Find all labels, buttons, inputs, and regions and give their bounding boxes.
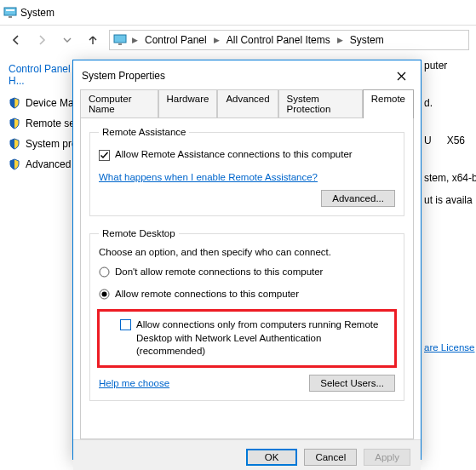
chevron-right-icon[interactable]: ▶	[335, 36, 345, 44]
up-button[interactable]	[83, 31, 102, 49]
forward-button	[32, 31, 51, 49]
breadcrumb-item[interactable]: System	[345, 34, 389, 46]
ok-button[interactable]: OK	[246, 449, 298, 466]
tab-system-protection[interactable]: System Protection	[278, 89, 363, 118]
svg-rect-9	[121, 320, 131, 330]
system-properties-dialog: System Properties Computer Name Hardware…	[72, 60, 422, 460]
radio-allow[interactable]: Allow remote connections to this compute…	[99, 288, 395, 301]
checkbox-icon	[99, 150, 110, 161]
radio-icon	[99, 289, 110, 300]
tab-advanced[interactable]: Advanced	[217, 89, 278, 118]
svg-rect-4	[118, 43, 122, 45]
group-legend: Remote Assistance	[99, 127, 189, 137]
breadcrumb-item[interactable]: Control Panel	[140, 34, 212, 46]
checkbox-icon	[120, 319, 131, 330]
group-legend: Remote Desktop	[99, 228, 179, 238]
bg-text: X56	[447, 135, 465, 146]
shield-icon	[9, 97, 20, 109]
dialog-button-row: OK Cancel Apply	[73, 439, 421, 470]
breadcrumb[interactable]: ▶ Control Panel ▶ All Control Panel Item…	[109, 30, 469, 50]
nla-checkbox[interactable]: Allow connections only from computers ru…	[105, 318, 389, 358]
radio-label: Allow remote connections to this compute…	[115, 288, 299, 301]
bg-text: stem, x64-b	[424, 172, 472, 184]
apply-button: Apply	[364, 449, 410, 466]
nla-highlight: Allow connections only from computers ru…	[97, 309, 397, 368]
bg-text: puter	[424, 60, 472, 72]
tab-hardware[interactable]: Hardware	[158, 89, 218, 118]
svg-rect-2	[9, 16, 12, 18]
checkbox-label: Allow Remote Assistance connections to t…	[115, 149, 353, 159]
svg-point-6	[100, 267, 109, 277]
checkbox-label: Allow connections only from computers ru…	[136, 318, 389, 358]
shield-icon	[9, 138, 20, 150]
select-users-button[interactable]: Select Users...	[309, 375, 395, 392]
remote-assistance-help-link[interactable]: What happens when I enable Remote Assist…	[99, 172, 318, 182]
tab-computer-name[interactable]: Computer Name	[80, 89, 158, 118]
bg-text: d.	[424, 97, 472, 109]
cancel-button[interactable]: Cancel	[304, 449, 357, 466]
system-icon	[113, 33, 127, 47]
bg-link[interactable]: are License	[424, 342, 474, 352]
recent-dropdown-button[interactable]	[58, 31, 77, 49]
tab-remote[interactable]: Remote	[363, 89, 414, 118]
radio-icon	[99, 267, 110, 278]
dialog-title: System Properties	[82, 70, 390, 82]
explorer-window-title-bar: System	[0, 0, 476, 26]
system-icon	[3, 6, 17, 20]
shield-icon	[9, 158, 20, 170]
tab-strip: Computer Name Hardware Advanced System P…	[73, 89, 421, 118]
remote-assistance-group: Remote Assistance Allow Remote Assistanc…	[89, 127, 404, 216]
nav-row: ▶ Control Panel ▶ All Control Panel Item…	[0, 26, 476, 54]
svg-rect-3	[114, 35, 126, 43]
tab-content-remote: Remote Assistance Allow Remote Assistanc…	[80, 118, 414, 439]
chevron-right-icon[interactable]: ▶	[212, 36, 221, 44]
explorer-title: System	[20, 7, 54, 19]
shield-icon	[9, 118, 20, 129]
bg-text: U	[424, 135, 432, 146]
remote-desktop-note: Choose an option, and then specify who c…	[99, 247, 395, 257]
radio-label: Don't allow remote connections to this c…	[115, 266, 323, 279]
remote-assistance-advanced-button[interactable]: Advanced...	[321, 190, 395, 207]
breadcrumb-item[interactable]: All Control Panel Items	[221, 34, 335, 46]
svg-point-8	[102, 291, 107, 296]
radio-dont-allow[interactable]: Don't allow remote connections to this c…	[99, 266, 395, 279]
bg-text: ut is availa	[424, 194, 472, 206]
allow-remote-assistance-checkbox[interactable]: Allow Remote Assistance connections to t…	[99, 149, 395, 161]
background-text: puter d. UX56 stem, x64-b ut is availa a…	[424, 60, 472, 378]
back-button	[7, 31, 26, 49]
svg-rect-0	[4, 8, 16, 15]
chevron-right-icon[interactable]: ▶	[130, 36, 140, 44]
close-button[interactable]	[390, 67, 412, 84]
help-me-choose-link[interactable]: Help me choose	[99, 378, 169, 388]
remote-desktop-group: Remote Desktop Choose an option, and the…	[89, 228, 404, 401]
dialog-title-bar: System Properties	[73, 60, 421, 89]
svg-rect-1	[6, 9, 14, 11]
